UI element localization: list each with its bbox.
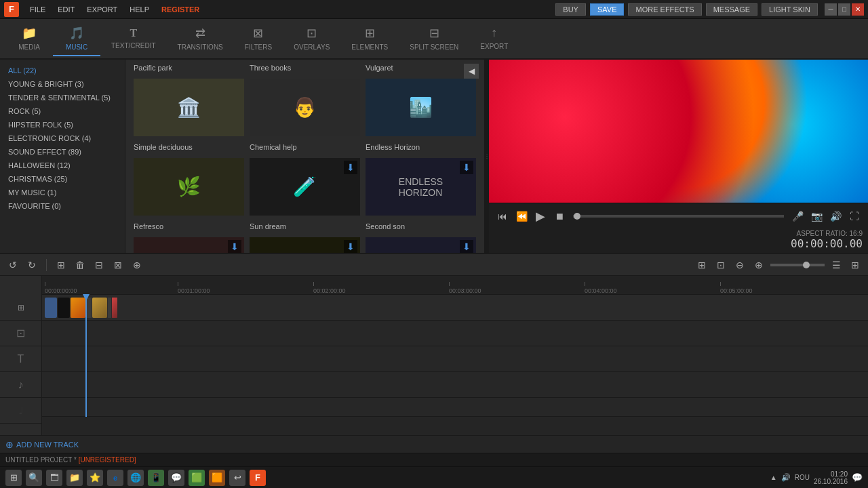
menu-export[interactable]: EXPORT <box>81 4 123 15</box>
stop-button[interactable]: ⏹ <box>551 208 568 224</box>
music-item-refresco[interactable]: ⬇ REFRESCO <box>131 235 247 253</box>
fullscreen-button[interactable]: ⛶ <box>846 208 863 224</box>
taskbar-app3[interactable]: 🟧 <box>209 470 225 486</box>
menu-help[interactable]: HELP <box>124 4 155 15</box>
crop-button[interactable]: ⊟ <box>92 258 106 272</box>
taskbar-edge[interactable]: ⭐ <box>87 470 103 486</box>
taskbar-app2[interactable]: 🟩 <box>189 470 205 486</box>
tab-export[interactable]: ↑ EXPORT <box>469 22 519 56</box>
cat-young[interactable]: YOUNG & BRIGHT (3) <box>0 77 125 91</box>
clip-5[interactable] <box>112 298 117 318</box>
cat-sound[interactable]: SOUND EFFECT (89) <box>0 145 125 159</box>
clip-3[interactable] <box>71 298 85 318</box>
clip-1[interactable] <box>45 298 57 318</box>
minimize-button[interactable]: ─ <box>825 3 837 16</box>
zoom-list-button[interactable]: ☰ <box>829 258 844 272</box>
maximize-button[interactable]: □ <box>838 3 850 16</box>
tab-filters[interactable]: ⊠ FILTERS <box>234 22 283 56</box>
tab-text[interactable]: T TEXT/CREDIT <box>100 23 167 55</box>
music-item-pacific[interactable]: 🏛️ <box>131 76 247 139</box>
tab-transitions[interactable]: ⇄ TRANSITIONS <box>167 22 234 56</box>
menu-edit[interactable]: EDIT <box>52 4 80 15</box>
tab-split[interactable]: ⊟ SPLIT SCREEN <box>399 22 469 56</box>
taskbar-taskview[interactable]: 🗔 <box>46 470 62 486</box>
taskbar-app1[interactable]: 📱 <box>148 470 164 486</box>
camera-button[interactable]: 📷 <box>808 208 825 224</box>
filters-icon: ⊠ <box>253 26 263 41</box>
taskbar: ⊞ 🔍 🗔 📁 ⭐ e 🌐 📱 💬 🟩 🟧 ↩ F ▲ 🔊 ROU 01:20 … <box>0 466 868 488</box>
taskbar-chrome[interactable]: 🌐 <box>127 470 144 486</box>
zoom-out-button[interactable]: ⊖ <box>732 258 747 272</box>
aspect-ratio-label: ASPECT RATIO: 16:9 <box>494 230 863 237</box>
cat-all[interactable]: ALL (22) <box>0 64 125 77</box>
music-item-endless[interactable]: ⬇ ENDLESSHORIZON <box>363 155 479 218</box>
ruler-4: 00:04:00:00 <box>585 282 617 294</box>
clip-4[interactable] <box>92 298 107 318</box>
fit-button[interactable]: ⊡ <box>713 258 728 272</box>
playhead[interactable] <box>85 295 87 417</box>
cat-tender[interactable]: TENDER & SENTIMENTAL (5) <box>0 91 125 104</box>
track-view-button[interactable]: ⊞ <box>694 258 709 272</box>
taskbar-explorer[interactable]: 📁 <box>66 470 83 486</box>
taskbar-ie[interactable]: e <box>107 470 123 486</box>
cat-favourite[interactable]: FAVOURITE (0) <box>0 199 125 213</box>
download-icon-refresco[interactable]: ⬇ <box>228 240 241 253</box>
add-track-button[interactable]: ⊕ ADD NEW TRACK <box>5 439 79 450</box>
taskbar-skype[interactable]: 💬 <box>168 470 184 486</box>
project-label: UNTITLED PROJECT * <box>5 456 77 464</box>
music-item-three-books[interactable]: 👨 <box>247 76 363 139</box>
save-button[interactable]: SAVE <box>590 3 625 16</box>
cat-christmas[interactable]: CHRISTMAS (25) <box>0 172 125 186</box>
mic-button[interactable]: 🎤 <box>789 208 806 224</box>
track-row-music <box>42 372 868 398</box>
taskbar-back[interactable]: ↩ <box>229 470 245 486</box>
menu-register[interactable]: REGISTER <box>156 4 205 15</box>
taskbar-search[interactable]: 🔍 <box>26 470 42 486</box>
close-button[interactable]: ✕ <box>852 3 864 16</box>
download-icon-chemical[interactable]: ⬇ <box>344 161 357 174</box>
properties-button[interactable]: ⊞ <box>54 258 68 272</box>
music-item-simple[interactable]: 🌿 <box>131 155 247 218</box>
tab-overlays[interactable]: ⊡ OVERLAYS <box>283 22 340 56</box>
cat-halloween[interactable]: HALLOWEEN (12) <box>0 159 125 172</box>
undo-button[interactable]: ↺ <box>5 258 20 272</box>
play-button[interactable]: ▶ <box>532 208 549 224</box>
cat-electronic[interactable]: ELECTRONIC ROCK (4) <box>0 131 125 145</box>
more-effects-button[interactable]: MORE EFFECTS <box>628 3 701 16</box>
music-item-chemical[interactable]: ⬇ 🧪 <box>247 155 363 218</box>
progress-bar[interactable] <box>573 215 784 218</box>
download-icon-endless[interactable]: ⬇ <box>460 161 473 174</box>
zoom-in-button[interactable]: ⊕ <box>751 258 766 272</box>
split-button[interactable]: ⊠ <box>111 258 125 272</box>
skip-start-button[interactable]: ⏮ <box>494 208 511 224</box>
message-button[interactable]: MESSAGE <box>706 3 757 16</box>
clip-gap2 <box>108 298 111 318</box>
cat-my-music[interactable]: MY MUSIC (1) <box>0 186 125 199</box>
tab-media[interactable]: 📁 MEDIA <box>5 22 53 56</box>
preview-panel: ⏮ ⏪ ▶ ⏹ 🎤 📷 🔊 ⛶ ASPECT RATIO: 16:9 00:00… <box>489 60 868 253</box>
clock-date: 26.10.2016 <box>814 478 848 485</box>
music-item-sun[interactable]: ⬇ 🌅 <box>247 235 363 253</box>
status-bar: UNTITLED PROJECT * [UNREGISTERED] <box>0 453 868 466</box>
delete-button[interactable]: 🗑 <box>73 258 87 272</box>
music-item-vulgaret[interactable]: 🏙️ <box>363 76 479 139</box>
redo-button[interactable]: ↻ <box>24 258 39 272</box>
buy-button[interactable]: BUY <box>555 3 586 16</box>
cat-hipster[interactable]: HIPSTER FOLK (5) <box>0 118 125 131</box>
timeline-options-button[interactable]: ⊞ <box>848 258 863 272</box>
light-skin-button[interactable]: LIGHT SKIN <box>762 3 818 16</box>
menu-file[interactable]: FILE <box>24 4 51 15</box>
clip-2[interactable] <box>58 298 70 318</box>
volume-button[interactable]: 🔊 <box>827 208 844 224</box>
add-marker-button[interactable]: ⊕ <box>130 258 144 272</box>
download-icon-sun[interactable]: ⬇ <box>344 240 357 253</box>
step-back-button[interactable]: ⏪ <box>513 208 530 224</box>
zoom-slider[interactable] <box>770 264 825 266</box>
taskbar-filmora[interactable]: F <box>250 470 266 486</box>
tab-elements[interactable]: ⊞ ELEMENTS <box>340 22 399 56</box>
tab-music[interactable]: 🎵 MUSIC <box>53 22 100 56</box>
download-icon-second[interactable]: ⬇ <box>460 240 473 253</box>
cat-rock[interactable]: ROCK (5) <box>0 104 125 118</box>
music-item-second[interactable]: ⬇ SECONDSON <box>363 235 479 253</box>
taskbar-start[interactable]: ⊞ <box>5 470 22 486</box>
